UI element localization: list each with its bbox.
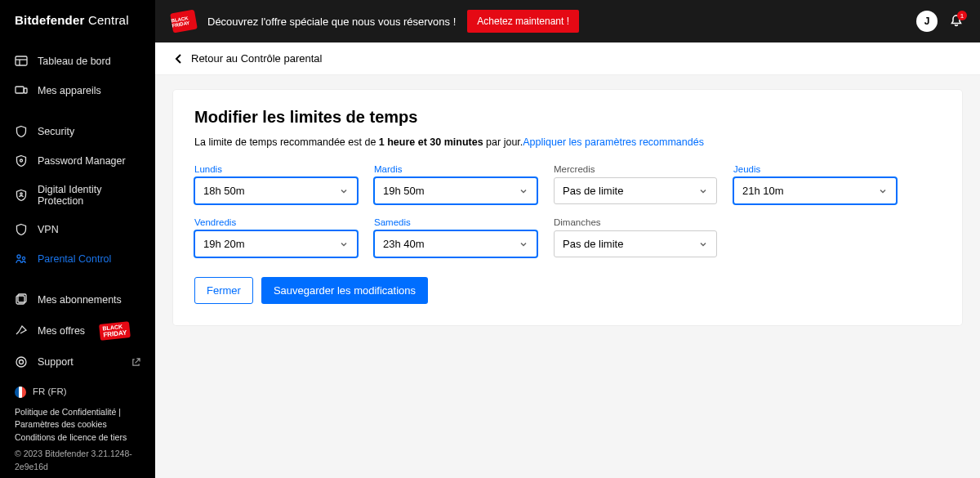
sidebar-item-label: Tableau de bord: [38, 56, 111, 67]
day-value: Pas de limite: [563, 185, 623, 197]
svg-point-7: [17, 255, 20, 258]
sidebar-item-devices[interactable]: Mes appareils: [0, 76, 155, 105]
day-value: 18h 50m: [203, 185, 245, 197]
footer-link-cookies[interactable]: Paramètres des cookies: [15, 418, 140, 431]
copyright: © 2023 Bitdefender 3.21.1248-2e9e16d: [15, 448, 140, 474]
sidebar-item-identity[interactable]: Digital Identity Protection: [0, 176, 155, 215]
sidebar-item-password-manager[interactable]: Password Manager: [0, 146, 155, 176]
sidebar-item-label: Parental Control: [38, 253, 111, 265]
chevron-down-icon: [698, 186, 708, 196]
sidebar-item-subscriptions[interactable]: Mes abonnements: [0, 285, 155, 315]
day-label: Mardis: [374, 164, 537, 174]
sidebar-item-label: Mes offres: [38, 325, 85, 337]
offers-icon: [15, 324, 28, 337]
footer-link-licence[interactable]: Conditions de licence de tiers: [15, 431, 140, 444]
day-dropdown[interactable]: 18h 50m: [194, 177, 358, 204]
breadcrumb[interactable]: Retour au Contrôle parental: [155, 42, 980, 75]
sidebar-item-security[interactable]: Security: [0, 117, 155, 146]
identity-icon: [15, 189, 28, 202]
chevron-down-icon: [698, 239, 708, 249]
svg-point-8: [22, 257, 24, 259]
avatar[interactable]: J: [916, 11, 938, 32]
chevron-down-icon: [339, 239, 349, 249]
footer-link-privacy[interactable]: Politique de Confidentialité: [15, 406, 140, 419]
lock-icon: [15, 154, 28, 168]
sidebar-item-dashboard[interactable]: Tableau de bord: [0, 47, 155, 76]
parental-icon: [15, 252, 28, 266]
brand-suffix: Central: [88, 13, 129, 27]
day-limit-2: MercredisPas de limite: [554, 164, 717, 204]
days-grid: Lundis18h 50mMardis19h 50mMercredisPas d…: [194, 164, 941, 257]
sidebar-item-label: Support: [38, 356, 74, 368]
day-dropdown[interactable]: Pas de limite: [554, 177, 717, 204]
chevron-down-icon: [339, 186, 349, 196]
svg-point-11: [16, 357, 26, 367]
svg-rect-4: [24, 88, 28, 93]
breadcrumb-label: Retour au Contrôle parental: [191, 52, 322, 65]
language-selector[interactable]: FR (FR): [15, 385, 140, 399]
day-limit-4: Vendredis19h 20m: [194, 217, 358, 257]
action-buttons: Fermer Sauvegarder les modifications: [194, 277, 941, 304]
sidebar-item-label: Mes abonnements: [38, 294, 122, 306]
support-icon: [15, 355, 28, 369]
close-button[interactable]: Fermer: [194, 277, 253, 304]
blackfriday-icon: BLACK FRIDAY: [170, 10, 198, 34]
day-value: Pas de limite: [563, 238, 623, 250]
day-dropdown[interactable]: Pas de limite: [554, 230, 717, 257]
brand-name: Bitdefender: [15, 13, 85, 27]
day-limit-1: Mardis19h 50m: [374, 164, 537, 204]
blackfriday-badge: BLACK FRIDAY: [99, 321, 131, 341]
day-label: Samedis: [374, 217, 537, 227]
subscriptions-icon: [15, 293, 28, 306]
apply-recommended-link[interactable]: Appliquer les paramètres recommandés: [523, 136, 704, 148]
svg-point-5: [20, 159, 23, 162]
day-dropdown[interactable]: 23h 40m: [374, 230, 537, 257]
day-value: 23h 40m: [383, 238, 425, 250]
sidebar-item-parental-control[interactable]: Parental Control: [0, 244, 155, 274]
sidebar-item-label: Security: [38, 126, 74, 137]
day-label: Jeudis: [733, 164, 897, 174]
svg-rect-0: [16, 56, 27, 65]
chevron-left-icon: [173, 53, 185, 65]
main-area: BLACK FRIDAY Découvrez l'offre spéciale …: [155, 0, 980, 478]
day-limit-6: DimanchesPas de limite: [554, 217, 717, 257]
buy-now-button[interactable]: Achetez maintenant !: [467, 10, 579, 33]
day-label: Dimanches: [554, 217, 717, 227]
vpn-icon: [15, 223, 28, 236]
day-label: Lundis: [194, 164, 358, 174]
day-limit-0: Lundis18h 50m: [194, 164, 358, 204]
sidebar-item-label: Password Manager: [38, 155, 126, 167]
external-link-icon: [131, 358, 140, 367]
svg-point-6: [20, 193, 22, 194]
recommendation-line: La limite de temps recommandée est de 1 …: [194, 136, 941, 148]
chevron-down-icon: [519, 239, 528, 249]
sidebar-item-label: Digital Identity Protection: [38, 184, 140, 207]
time-limits-card: Modifier les limites de temps La limite …: [173, 90, 962, 325]
svg-point-12: [20, 360, 24, 364]
shield-icon: [15, 125, 28, 138]
day-value: 21h 10m: [742, 185, 784, 197]
day-dropdown[interactable]: 21h 10m: [733, 177, 897, 204]
day-value: 19h 50m: [383, 185, 425, 197]
sidebar-item-offers[interactable]: Mes offres BLACK FRIDAY: [0, 315, 155, 347]
day-limit-5: Samedis23h 40m: [374, 217, 537, 257]
dashboard-icon: [15, 55, 28, 68]
day-label: Vendredis: [194, 217, 358, 227]
chevron-down-icon: [878, 186, 888, 196]
devices-icon: [15, 84, 28, 97]
flag-icon: [15, 386, 26, 398]
notifications-button[interactable]: 1: [949, 14, 964, 29]
sidebar-item-label: VPN: [38, 224, 59, 235]
save-button[interactable]: Sauvegarder les modifications: [261, 277, 428, 304]
sidebar-nav: Tableau de bord Mes appareils Security: [0, 38, 155, 377]
page-title: Modifier les limites de temps: [194, 108, 941, 127]
sidebar-item-vpn[interactable]: VPN: [0, 215, 155, 244]
day-label: Mercredis: [554, 164, 717, 174]
chevron-down-icon: [519, 186, 528, 196]
svg-rect-3: [16, 87, 24, 93]
sidebar-item-support[interactable]: Support: [0, 347, 155, 377]
brand-logo: Bitdefender Central: [0, 0, 155, 38]
day-dropdown[interactable]: 19h 20m: [194, 230, 358, 257]
day-dropdown[interactable]: 19h 50m: [374, 177, 537, 204]
day-value: 19h 20m: [203, 238, 245, 250]
